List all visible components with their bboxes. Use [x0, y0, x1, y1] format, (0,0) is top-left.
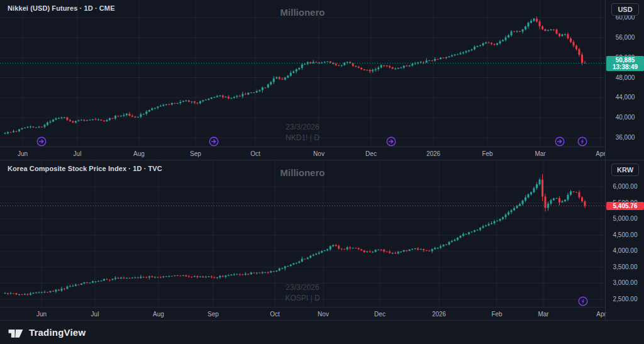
candle-body: [573, 42, 575, 46]
candle-body: [434, 59, 436, 61]
candle-body: [168, 276, 170, 277]
bar-countdown: 13:38:49: [606, 64, 644, 70]
nikkei-time-axis[interactable]: JunJulAugSepOctNovDec2026FebMarApr: [0, 147, 605, 160]
price-tick-label: 6,000.00: [606, 183, 644, 190]
kospi-candlestick-chart[interactable]: [0, 160, 605, 307]
candle-body: [471, 50, 473, 50]
candle-body: [539, 21, 541, 26]
candle-body: [72, 121, 74, 123]
candle-body: [89, 119, 91, 120]
candle-body: [313, 62, 314, 64]
fast-forward-icon[interactable]: [209, 136, 219, 147]
candle-body: [64, 118, 65, 118]
candle-body: [284, 267, 286, 269]
currency-usd-button[interactable]: USD: [611, 3, 639, 16]
candle-body: [318, 253, 320, 254]
lightning-icon[interactable]: [577, 136, 587, 147]
candle-body: [508, 212, 509, 214]
candle-body: [440, 58, 441, 59]
candle-body: [32, 126, 34, 127]
candle-body: [199, 276, 201, 277]
candle-body: [230, 98, 232, 99]
candle-body: [219, 276, 221, 277]
kospi-symbol-legend[interactable]: Korea Composite Stock Price Index · 1D ·…: [8, 165, 162, 172]
candle-body: [383, 250, 385, 252]
candle-body: [162, 277, 164, 277]
candle-body: [400, 68, 402, 69]
candle-body: [69, 120, 71, 121]
candle-body: [216, 277, 218, 278]
fast-forward-icon[interactable]: [555, 136, 565, 147]
candle-body: [162, 105, 164, 106]
candle-body: [502, 217, 504, 219]
candle-body: [140, 277, 142, 278]
candle-body: [216, 96, 218, 97]
fast-forward-icon[interactable]: [36, 136, 47, 147]
candle-body: [52, 291, 54, 292]
candle-body: [445, 57, 447, 58]
candle-body: [145, 277, 147, 278]
candle-body: [284, 77, 286, 79]
candle-body: [103, 279, 105, 280]
candle-body: [553, 199, 555, 201]
candle-body: [4, 133, 6, 134]
candle-body: [228, 97, 230, 99]
candle-body: [49, 121, 51, 122]
tradingview-logo-icon[interactable]: [8, 326, 24, 339]
candle-body: [511, 31, 513, 35]
candle-body: [403, 66, 405, 68]
nikkei-candlestick-chart[interactable]: [0, 0, 605, 147]
candle-body: [440, 247, 441, 248]
candle-body: [165, 276, 167, 277]
candle-body: [77, 120, 79, 121]
candle-body: [409, 65, 411, 66]
candle-body: [579, 192, 580, 197]
candle-body: [24, 128, 26, 128]
candle-body: [428, 60, 430, 61]
candle-body: [103, 120, 105, 121]
kospi-time-axis[interactable]: JunJulAugSepOctNovDec2026FebMarApr: [0, 307, 605, 320]
candle-body: [77, 285, 79, 286]
candle-body: [516, 206, 518, 208]
nikkei-symbol-legend[interactable]: Nikkei (USD) Futures · 1D · CME: [8, 4, 115, 12]
candle-body: [160, 277, 162, 277]
candle-body: [485, 43, 487, 43]
candle-body: [343, 249, 345, 250]
candle-body: [448, 242, 450, 245]
candle-body: [233, 274, 235, 275]
kospi-price-axis[interactable]: KRW 2,500.003,000.003,500.004,000.004,50…: [605, 160, 644, 320]
candle-body: [474, 47, 475, 50]
candle-body: [309, 256, 311, 258]
candle-body: [326, 249, 328, 250]
candle-body: [394, 253, 396, 253]
candle-body: [154, 108, 156, 109]
candle-body: [465, 51, 467, 52]
candle-body: [290, 73, 292, 76]
price-tick-label: 3,000.00: [606, 279, 644, 286]
time-tick-label: Apr: [596, 150, 606, 157]
candle-body: [420, 62, 422, 62]
time-tick-label: Jul: [74, 150, 82, 157]
candle-body: [550, 30, 552, 31]
candle-body: [114, 278, 116, 279]
candle-body: [536, 19, 538, 22]
candle-body: [179, 102, 181, 103]
candle-body: [499, 219, 501, 221]
candle-body: [35, 127, 37, 128]
candle-body: [491, 43, 492, 43]
candle-body: [522, 201, 524, 204]
candle-body: [245, 274, 247, 275]
candle-body: [123, 278, 125, 279]
lightning-icon[interactable]: [578, 296, 588, 306]
candle-body: [275, 270, 277, 271]
candle-body: [109, 280, 111, 280]
fast-forward-icon[interactable]: [386, 136, 396, 147]
currency-krw-button[interactable]: KRW: [611, 164, 639, 176]
price-tick-label: 44,000: [606, 94, 644, 101]
nikkei-price-axis[interactable]: USD 36,00040,00044,00048,00052,00056,000…: [605, 0, 644, 160]
candle-body: [558, 198, 560, 203]
candle-body: [94, 119, 96, 120]
tradingview-brand-text[interactable]: TradingView: [29, 327, 86, 338]
candle-body: [556, 198, 558, 199]
candle-body: [92, 119, 94, 120]
